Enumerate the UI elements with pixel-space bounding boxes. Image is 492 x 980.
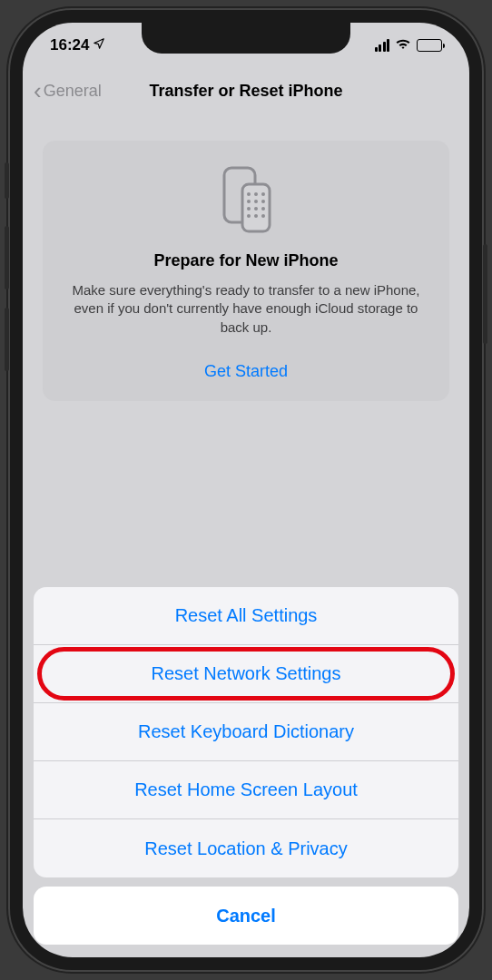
- status-right: [375, 37, 443, 54]
- reset-home-screen-layout-item[interactable]: Reset Home Screen Layout: [34, 761, 458, 819]
- screen: 16:24 ‹ General Transfer or Reset iP: [23, 23, 469, 957]
- location-arrow-icon: [93, 36, 105, 54]
- cancel-label: Cancel: [216, 906, 276, 926]
- get-started-link[interactable]: Get Started: [61, 362, 431, 381]
- svg-point-13: [261, 214, 265, 218]
- sheet-item-label: Reset Location & Privacy: [144, 838, 347, 859]
- prepare-card: Prepare for New iPhone Make sure everyth…: [43, 141, 449, 401]
- action-sheet-group: Reset All Settings Reset Network Setting…: [34, 587, 458, 877]
- status-left: 16:24: [50, 36, 105, 54]
- prepare-title: Prepare for New iPhone: [61, 251, 431, 270]
- status-time: 16:24: [50, 36, 89, 54]
- nav-header: ‹ General Transfer or Reset iPhone: [23, 68, 469, 113]
- volume-up-button: [5, 226, 9, 289]
- reset-network-settings-item[interactable]: Reset Network Settings: [34, 645, 458, 703]
- battery-icon: [417, 39, 442, 52]
- back-label: General: [44, 82, 102, 101]
- svg-point-8: [247, 207, 251, 211]
- wifi-icon: [395, 37, 411, 54]
- volume-down-button: [5, 308, 9, 371]
- svg-point-3: [254, 192, 258, 196]
- sheet-item-label: Reset All Settings: [175, 605, 318, 626]
- cellular-signal-icon: [375, 39, 390, 52]
- svg-point-2: [247, 192, 251, 196]
- content: Prepare for New iPhone Make sure everyth…: [43, 141, 449, 401]
- mute-switch: [5, 162, 9, 199]
- reset-keyboard-dictionary-item[interactable]: Reset Keyboard Dictionary: [34, 703, 458, 761]
- svg-point-10: [261, 207, 265, 211]
- svg-point-5: [247, 200, 251, 203]
- prepare-description: Make sure everything's ready to transfer…: [61, 281, 431, 337]
- page-title: Transfer or Reset iPhone: [149, 82, 342, 101]
- sheet-item-label: Reset Home Screen Layout: [134, 779, 358, 800]
- svg-point-9: [254, 207, 258, 211]
- devices-icon: [210, 164, 282, 235]
- svg-point-6: [254, 200, 258, 203]
- chevron-left-icon: ‹: [34, 79, 42, 103]
- svg-point-4: [261, 192, 265, 196]
- device-frame: 16:24 ‹ General Transfer or Reset iP: [8, 8, 484, 972]
- sheet-item-label: Reset Network Settings: [152, 663, 341, 684]
- notch: [142, 23, 350, 54]
- sheet-item-label: Reset Keyboard Dictionary: [138, 721, 354, 742]
- reset-location-privacy-item[interactable]: Reset Location & Privacy: [34, 819, 458, 877]
- reset-all-settings-item[interactable]: Reset All Settings: [34, 587, 458, 645]
- back-button[interactable]: ‹ General: [34, 79, 102, 103]
- svg-point-12: [254, 214, 258, 218]
- svg-point-11: [247, 214, 251, 218]
- cancel-button[interactable]: Cancel: [34, 887, 458, 945]
- svg-point-7: [261, 200, 265, 203]
- action-sheet: Reset All Settings Reset Network Setting…: [34, 587, 458, 945]
- side-button: [483, 244, 487, 344]
